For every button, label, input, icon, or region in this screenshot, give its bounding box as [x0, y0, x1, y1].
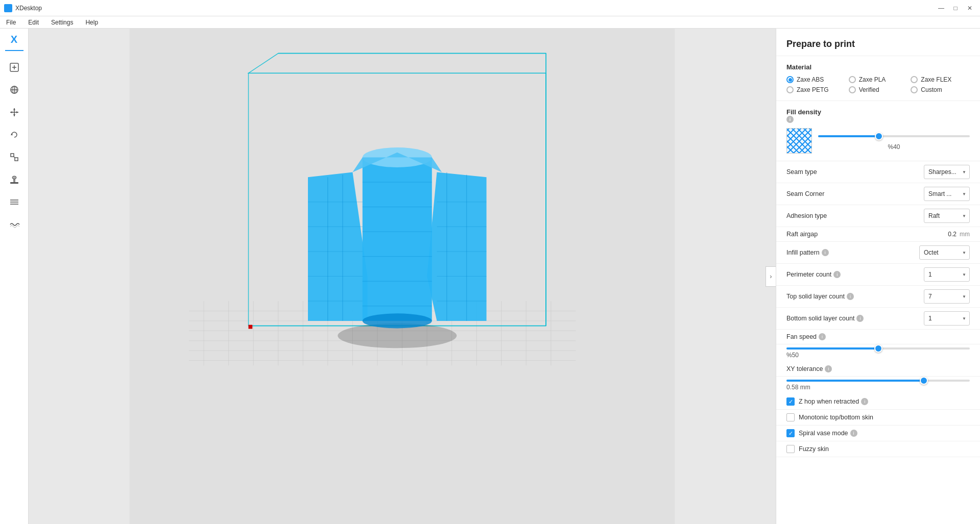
menu-help[interactable]: Help	[83, 18, 100, 27]
menu-edit[interactable]: Edit	[26, 18, 41, 27]
fill-density-slider[interactable]	[818, 131, 970, 141]
seam-corner-row: Seam Corner Smart ... None Concave Conve…	[776, 183, 980, 205]
title-bar: XDesktop — □ ✕	[0, 0, 980, 16]
menu-settings[interactable]: Settings	[49, 18, 75, 27]
fill-density-controls: %40	[818, 131, 970, 151]
move-button[interactable]	[4, 102, 25, 122]
monotonic-label: Monotonic top/bottom skin	[799, 414, 873, 421]
svg-marker-9	[13, 108, 15, 110]
collapse-panel-button[interactable]: ›	[766, 266, 776, 287]
material-section: Material Zaxe ABS Zaxe PLA Zaxe FLEX	[776, 56, 980, 101]
perimeter-count-info-icon[interactable]: i	[833, 271, 841, 278]
radio-abs[interactable]	[786, 76, 794, 83]
minimize-button[interactable]: —	[935, 3, 947, 13]
fill-density-info-icon[interactable]: i	[786, 116, 794, 123]
xy-tolerance-label: XY tolerance i	[786, 365, 832, 372]
fill-density-value: %40	[818, 143, 970, 151]
infill-pattern-dropdown-wrapper: Octet Grid Lines Triangles Honeycomb	[919, 245, 970, 260]
bottom-solid-layer-row: Bottom solid layer count i 1 2 3 4	[776, 308, 980, 330]
infill-pattern-info-icon[interactable]: i	[822, 249, 829, 256]
radio-verified[interactable]	[849, 86, 856, 93]
monotonic-checkbox[interactable]	[786, 413, 795, 421]
infill-pattern-dropdown[interactable]: Octet Grid Lines Triangles Honeycomb	[919, 245, 970, 260]
material-label: Material	[786, 63, 970, 71]
maximize-button[interactable]: □	[949, 3, 962, 13]
raft-airgap-value: 0.2	[948, 231, 957, 238]
fuzzy-skin-checkbox[interactable]	[786, 445, 795, 453]
material-verified-label: Verified	[859, 86, 879, 93]
spiral-vase-checkbox[interactable]: ✓	[786, 429, 795, 437]
seam-corner-dropdown-wrapper: Smart ... None Concave Convex	[924, 187, 970, 201]
z-hop-checkbox[interactable]: ✓	[786, 397, 795, 406]
viewport[interactable]: ›	[29, 29, 776, 524]
fill-density-section: Fill density i %40	[776, 101, 980, 161]
support-button[interactable]	[4, 169, 25, 190]
seam-type-row: Seam type Sharpes... Smartest Random	[776, 161, 980, 183]
bottom-solid-layer-dropdown[interactable]: 1 2 3 4	[924, 311, 970, 326]
menu-bar: File Edit Settings Help	[0, 16, 980, 29]
monotonic-row: Monotonic top/bottom skin	[776, 410, 980, 426]
svg-rect-14	[11, 154, 14, 157]
material-petg[interactable]: Zaxe PETG	[786, 86, 846, 93]
top-solid-layer-info-icon[interactable]: i	[847, 293, 854, 300]
radio-petg[interactable]	[786, 86, 794, 93]
top-solid-layer-row: Top solid layer count i 7 1 2 3 4 5 6 8	[776, 286, 980, 308]
adhesion-type-dropdown-wrapper: Raft Brim Skirt None	[924, 209, 970, 223]
rotate-button[interactable]	[4, 124, 25, 145]
xy-tolerance-info-icon[interactable]: i	[825, 365, 832, 372]
fan-speed-info-icon[interactable]: i	[819, 333, 826, 340]
spiral-vase-label: Spiral vase mode i	[799, 430, 857, 437]
layer-button[interactable]	[4, 192, 25, 212]
app-title: XDesktop	[15, 5, 935, 12]
scale-button[interactable]	[4, 147, 25, 167]
radio-pla[interactable]	[849, 76, 856, 83]
material-pla-label: Zaxe PLA	[859, 76, 886, 83]
radio-custom[interactable]	[911, 86, 918, 93]
fan-speed-track[interactable]	[786, 347, 970, 350]
adhesion-type-dropdown[interactable]: Raft Brim Skirt None	[924, 209, 970, 223]
material-flex-label: Zaxe FLEX	[921, 76, 951, 83]
menu-file[interactable]: File	[4, 18, 18, 27]
fill-density-label: Fill density i	[786, 108, 970, 123]
seam-corner-dropdown[interactable]: Smart ... None Concave Convex	[924, 187, 970, 201]
transform-button[interactable]	[4, 80, 25, 100]
wave-button[interactable]	[4, 214, 25, 235]
top-solid-layer-dropdown-wrapper: 7 1 2 3 4 5 6 8	[924, 289, 970, 304]
raft-airgap-control: 0.2 mm	[948, 231, 970, 238]
close-button[interactable]: ✕	[964, 3, 976, 13]
perimeter-count-control: 1 2 3 4	[924, 267, 970, 282]
material-abs[interactable]: Zaxe ABS	[786, 76, 846, 83]
app-logo: X	[5, 33, 23, 51]
spiral-vase-info-icon[interactable]: i	[850, 430, 857, 437]
top-solid-layer-control: 7 1 2 3 4 5 6 8	[924, 289, 970, 304]
z-hop-info-icon[interactable]: i	[861, 398, 868, 405]
fan-speed-thumb[interactable]	[874, 344, 882, 353]
material-custom[interactable]: Custom	[911, 86, 970, 93]
fuzzy-skin-row: Fuzzy skin	[776, 441, 980, 457]
seam-type-dropdown-wrapper: Sharpes... Smartest Random	[924, 165, 970, 179]
material-flex[interactable]: Zaxe FLEX	[911, 76, 970, 83]
top-solid-layer-label: Top solid layer count i	[786, 293, 854, 300]
adhesion-type-label: Adhesion type	[786, 212, 827, 219]
perimeter-count-row: Perimeter count i 1 2 3 4	[776, 264, 980, 286]
seam-type-dropdown[interactable]: Sharpes... Smartest Random	[924, 165, 970, 179]
add-object-button[interactable]	[4, 57, 25, 78]
fill-density-thumb[interactable]	[875, 132, 883, 140]
radio-flex[interactable]	[911, 76, 918, 83]
bottom-solid-layer-info-icon[interactable]: i	[856, 315, 864, 322]
perimeter-count-label: Perimeter count i	[786, 271, 841, 278]
xy-tolerance-track[interactable]	[786, 380, 970, 382]
xy-tolerance-thumb[interactable]	[920, 377, 928, 385]
xy-tolerance-fill	[786, 380, 924, 382]
svg-marker-10	[13, 114, 15, 116]
app-icon	[4, 4, 12, 12]
infill-pattern-control: Octet Grid Lines Triangles Honeycomb	[919, 245, 970, 260]
fan-speed-row: Fan speed i	[776, 330, 980, 344]
perimeter-count-dropdown[interactable]: 1 2 3 4	[924, 267, 970, 282]
fuzzy-skin-label: Fuzzy skin	[799, 445, 829, 453]
infill-pattern-label: Infill pattern i	[786, 249, 829, 256]
material-pla[interactable]: Zaxe PLA	[849, 76, 908, 83]
top-solid-layer-dropdown[interactable]: 7 1 2 3 4 5 6 8	[924, 289, 970, 304]
material-verified[interactable]: Verified	[849, 86, 908, 93]
xy-tolerance-value: 0.58 mm	[776, 384, 980, 394]
